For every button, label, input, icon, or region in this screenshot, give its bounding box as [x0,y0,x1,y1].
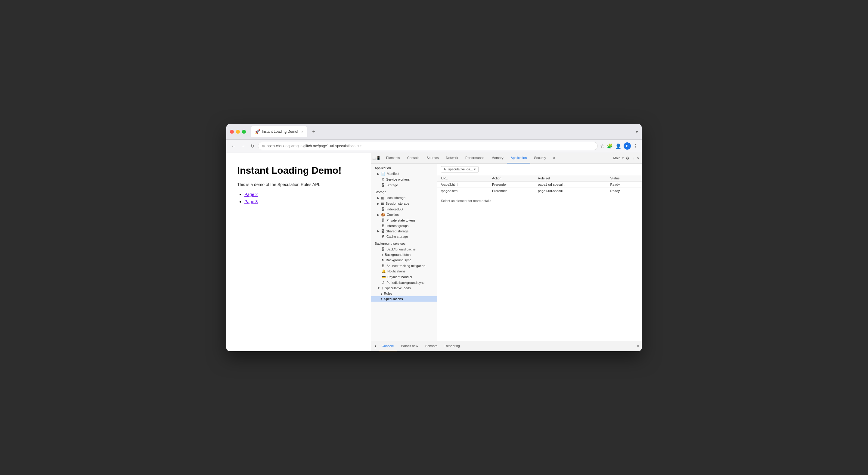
sidebar-label-bgs: Background sync [386,258,411,262]
sidebar-label-cookies: Cookies [387,213,399,216]
sidebar-label-sw: Service workers [386,178,410,181]
section-application: Application [371,164,437,171]
bottom-tab-sensors[interactable]: Sensors [422,341,440,351]
section-storage: Storage [371,188,437,195]
sidebar-icon-bfc: 🗄 [382,247,385,251]
device-icon[interactable]: 📱 [376,156,381,160]
new-tab-button[interactable]: + [310,127,318,136]
sidebar-item-bounce-tracking[interactable]: 🗄 Bounce tracking mitigation [371,263,437,268]
dropdown-icon[interactable]: ▾ [636,129,638,135]
sidebar-icon-pt: 🗄 [382,218,385,222]
expand-icon: ▶ [377,229,379,233]
page-links: Page 2 Page 3 [237,192,360,204]
security-icon: ⊕ [262,144,265,148]
tab-close-button[interactable]: × [301,130,303,133]
sidebar-icon-ls: ▦ [381,196,384,200]
cell-ruleset: page1-url-specul... [534,181,607,187]
sidebar-icon-storage: 🗄 [382,183,385,187]
star-icon[interactable]: ☆ [600,143,604,149]
sidebar-item-spec-loads[interactable]: ▼ ↕ Speculative loads [371,285,437,291]
sidebar-icon-pay: 💳 [382,275,386,279]
maximize-button[interactable] [242,130,246,133]
tab-elements[interactable]: Elements [382,153,404,164]
sidebar-item-local-storage[interactable]: ▶ ▦ Local storage [371,195,437,201]
select-message: Select an element for more details [437,194,642,207]
table-row[interactable]: /page2.html Prerender page1-url-specul..… [437,187,642,194]
forward-button[interactable]: → [240,142,247,150]
address-bar[interactable]: ⊕ open-chalk-asparagus.glitch.me/page1-u… [258,142,598,150]
bottom-tab-rendering[interactable]: Rendering [441,341,463,351]
bottom-bar: ⋮ Console What's new Sensors Rendering × [371,341,642,351]
sidebar-item-manifest[interactable]: ▶ 📄 Manifest [371,171,437,177]
sidebar-label-pt: Private state tokens [386,218,416,222]
url-text: open-chalk-asparagus.glitch.me/page1-url… [267,144,363,148]
filter-dropdown[interactable]: All speculative loa... ▾ [441,166,478,173]
extensions-icon[interactable]: 🧩 [607,143,613,149]
menu-icon[interactable]: ⋮ [633,143,638,149]
bottom-close-button[interactable]: × [637,344,639,349]
account-icon[interactable]: 👤 [615,143,621,149]
back-button[interactable]: ← [230,142,237,150]
sidebar-item-cookies[interactable]: ▶ 🍪 Cookies [371,212,437,218]
inspect-icon[interactable]: ⬚ [372,156,376,160]
tab-console[interactable]: Console [404,153,423,164]
minimize-button[interactable] [236,130,240,133]
bottom-menu-icon[interactable]: ⋮ [373,344,377,349]
sidebar-label-idb: IndexedDB [386,207,403,211]
sidebar-item-cache-storage[interactable]: 🗄 Cache storage [371,234,437,239]
page-subtitle: This is a demo of the Speculation Rules … [237,182,360,187]
tab-memory[interactable]: Memory [488,153,507,164]
tab-more[interactable]: » [550,153,559,164]
sidebar-icon-bgs: ↻ [382,258,384,262]
reload-button[interactable]: ↻ [249,142,255,150]
sidebar-label-sl: Speculative loads [385,286,410,290]
sidebar-icon-bgf: ↕ [382,253,383,257]
more-button[interactable]: ⋮ [631,156,635,160]
sidebar-item-session-storage[interactable]: ▶ ▦ Session storage [371,201,437,207]
title-bar: 🚀 Instant Loading Demo! × + ▾ [226,124,642,140]
sidebar-item-notifications[interactable]: 🔔 Notifications [371,268,437,274]
sidebar-item-bg-sync[interactable]: ↻ Background sync [371,257,437,263]
sidebar-item-indexeddb[interactable]: 🗄 IndexedDB [371,207,437,212]
tab-sources[interactable]: Sources [423,153,442,164]
sidebar-item-interest-groups[interactable]: 🗄 Interest groups [371,223,437,229]
cell-status: Ready [607,181,642,187]
close-button[interactable] [230,130,234,133]
tab-security[interactable]: Security [530,153,550,164]
bottom-tab-whatsnew[interactable]: What's new [398,341,421,351]
sidebar-icon-spec: ↕ [381,297,382,301]
tab-performance[interactable]: Performance [462,153,488,164]
sidebar-icon-idb: 🗄 [382,207,385,211]
devtools-panel: ⬚ 📱 Elements Console Sources Network Per… [371,153,642,351]
sidebar-item-bfcache[interactable]: 🗄 Back/forward cache [371,246,437,252]
sidebar-item-private-tokens[interactable]: 🗄 Private state tokens [371,218,437,223]
expand-icon: ▶ [377,196,379,200]
tab-favicon: 🚀 [255,129,260,134]
nav-bar: ← → ↻ ⊕ open-chalk-asparagus.glitch.me/p… [226,140,642,153]
title-bar-right: ▾ [636,129,638,135]
tab-network[interactable]: Network [442,153,462,164]
sidebar-item-service-workers[interactable]: ⚙ Service workers [371,177,437,182]
browser-tab[interactable]: 🚀 Instant Loading Demo! × [251,126,307,137]
table-row[interactable]: /page3.html Prerender page1-url-specul..… [437,181,642,187]
expand-icon: ▶ [377,202,379,205]
table-header-row: URL Action Rule set Status [437,175,642,181]
sidebar-item-shared-storage[interactable]: ▶ 🗄 Shared storage [371,229,437,234]
sidebar-icon-bt: 🗄 [382,264,385,268]
sidebar-icon-notif: 🔔 [382,269,386,273]
close-devtools-button[interactable]: × [637,156,639,160]
tab-application[interactable]: Application [507,153,531,164]
tab-title: Instant Loading Demo! [262,129,298,133]
sidebar-item-rules[interactable]: ↕ Rules [371,291,437,296]
page3-link[interactable]: Page 3 [244,199,258,204]
sidebar-item-storage-root[interactable]: 🗄 Storage [371,182,437,188]
sidebar-item-speculations[interactable]: ↕ Speculations [371,296,437,302]
bottom-tab-console[interactable]: Console [379,341,397,351]
gear-button[interactable]: ⚙ [626,156,629,160]
avatar[interactable]: B [624,142,631,150]
sidebar-item-periodic-sync[interactable]: ⏱ Periodic background sync [371,280,437,285]
page2-link[interactable]: Page 2 [244,192,258,197]
sidebar-item-bg-fetch[interactable]: ↕ Background fetch [371,252,437,257]
sidebar-item-payment[interactable]: 💳 Payment handler [371,274,437,280]
expand-icon: ▼ [377,286,380,290]
